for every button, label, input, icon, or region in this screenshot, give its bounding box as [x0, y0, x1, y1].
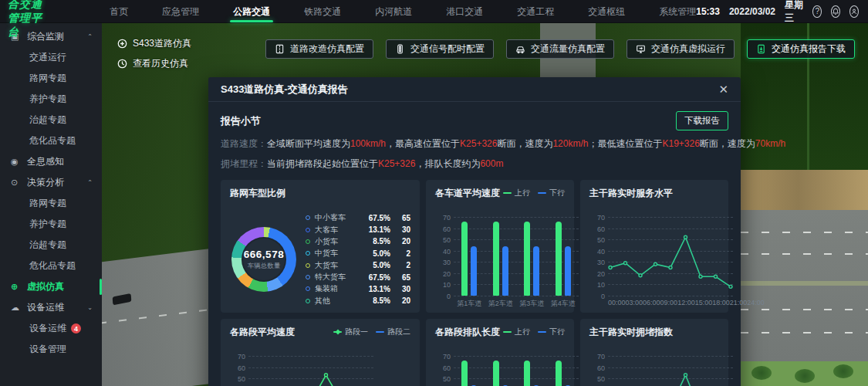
sidebar-item-label: 决策分析: [27, 176, 64, 189]
vehicle-type-donut: 666,578车辆总数量: [231, 227, 296, 292]
chart-lane-average-speed: 各车道平均速度 010203040506070第1车道第2车道第3车道第4车道 …: [426, 180, 574, 313]
toolbar-button-1[interactable]: 交通信号配时配置: [386, 39, 494, 59]
report-download-icon: [756, 44, 766, 54]
toolbar-button-4[interactable]: 交通仿真报告下载: [747, 39, 855, 59]
sidebar-item-label: 养护专题: [29, 93, 66, 106]
sidebar-item-14[interactable]: 设备运维4: [0, 318, 102, 339]
report-summary: 道路速度：全域断面平均速度为100km/h，最高速位置位于K25+326断面，速…: [208, 134, 741, 174]
sidebar-item-label: 治超专题: [29, 113, 66, 127]
simulation-toolbar: 道路改造仿真配置交通信号配时配置交通流量仿真配置交通仿真虚拟运行交通仿真报告下载: [265, 39, 855, 59]
top-nav: 启东综合交通管理平台 首页应急管理公路交通铁路交通内河航道港口交通交通工程交通枢…: [0, 0, 868, 23]
history-simulation-label: 查看历史仿真: [133, 57, 188, 70]
nav-item-5[interactable]: 港口交通: [446, 0, 483, 23]
toolbar-button-label: 交通流量仿真配置: [531, 42, 605, 56]
nav-item-0[interactable]: 首页: [110, 0, 128, 23]
sidebar-item-11[interactable]: 危化品专题: [0, 256, 102, 276]
road-icon: [275, 44, 285, 54]
history-simulation-button[interactable]: 查看历史仿真: [117, 57, 191, 70]
sidebar-item-label: 路网专题: [29, 197, 66, 210]
chart-body: 010203040506070: [589, 345, 719, 386]
donut-legend-row: 大客车13.1%30: [306, 225, 410, 234]
traffic-light-icon: [395, 44, 405, 54]
modal-header: S433道路仿真-交通仿真报告 ✕: [208, 77, 741, 102]
sidebar-item-label: 全息感知: [27, 155, 64, 168]
toolbar-button-label: 交通仿真报告下载: [772, 42, 846, 56]
user-icon[interactable]: [849, 5, 859, 18]
sidebar-item-3[interactable]: 养护专题: [0, 89, 102, 110]
chart-congestion-index: 主干路实时拥堵指数 010203040506070: [580, 319, 728, 386]
analysis-icon: ⊙: [11, 178, 21, 188]
device-icon: ☁: [11, 303, 21, 313]
toolbar-button-label: 道路改造仿真配置: [290, 42, 364, 56]
sidebar-item-15[interactable]: 设备管理: [0, 339, 102, 360]
sidebar-item-10[interactable]: 治超专题: [0, 235, 102, 256]
notification-badge: 4: [71, 323, 81, 334]
app-logo: 启东综合交通管理平台: [8, 0, 49, 39]
sidebar-item-6[interactable]: ◉全息感知: [0, 151, 102, 172]
donut-legend-row: 中货车5.0%2: [306, 249, 410, 258]
bell-icon[interactable]: [831, 5, 840, 18]
chart-segment-queue-length: 各路段排队长度 010203040506070 上行下行: [426, 319, 574, 386]
toolbar-button-3[interactable]: 交通仿真虚拟运行: [627, 39, 735, 59]
sidebar-item-label: 设备管理: [29, 343, 66, 356]
chart-title: 主干路实时拥堵指数: [589, 326, 719, 339]
toolbar-button-label: 交通信号配时配置: [410, 42, 485, 56]
sidebar-item-label: 交通运行: [29, 51, 66, 64]
sidebar-item-5[interactable]: 危化品专题: [0, 130, 102, 151]
sidebar-item-7[interactable]: ⊙决策分析⌃: [0, 172, 102, 193]
monitor-icon: [636, 44, 646, 54]
donut-legend-row: 小货车8.5%20: [306, 237, 410, 246]
chart-title: 路网车型比例: [230, 187, 410, 200]
sidebar-item-13[interactable]: ☁设备运维⌄: [0, 297, 102, 318]
sidebar-item-12[interactable]: ⊕虚拟仿真: [0, 276, 102, 297]
help-icon[interactable]: ?: [812, 5, 822, 18]
sidebar: ▣综合监测⌃交通运行路网专题养护专题治超专题危化品专题◉全息感知⊙决策分析⌃路网…: [0, 23, 102, 386]
sidebar-item-4[interactable]: 治超专题: [0, 110, 102, 130]
donut-legend-row: 其他8.5%20: [306, 296, 410, 306]
nav-item-1[interactable]: 应急管理: [162, 0, 199, 23]
nav-item-6[interactable]: 交通工程: [517, 0, 554, 23]
donut-legend-row: 中小客车67.5%65: [306, 213, 410, 222]
report-modal: S433道路仿真-交通仿真报告 ✕ 报告小节 下载报告 道路速度：全域断面平均速…: [208, 77, 741, 386]
sidebar-item-label: 设备运维: [29, 322, 66, 335]
nav-item-4[interactable]: 内河航道: [375, 0, 412, 23]
toolbar-button-label: 交通仿真虚拟运行: [651, 42, 725, 56]
nav-item-3[interactable]: 铁路交通: [304, 0, 341, 23]
download-report-button[interactable]: 下载报告: [676, 111, 728, 130]
report-section-row: 报告小节 下载报告: [208, 102, 741, 134]
app-screen: 启东综合交通管理平台 首页应急管理公路交通铁路交通内河航道港口交通交通工程交通枢…: [0, 0, 868, 386]
chevron-up-icon: ⌃: [87, 179, 93, 186]
sidebar-item-8[interactable]: 路网专题: [0, 193, 102, 214]
sidebar-item-label: 危化品专题: [29, 259, 76, 273]
chart-body: 010203040506070第1车道第2车道第3车道第4车道: [435, 206, 565, 313]
sidebar-item-2[interactable]: 路网专题: [0, 68, 102, 89]
plus-circle-icon: [117, 39, 127, 49]
car-icon: [515, 44, 525, 54]
sidebar-item-9[interactable]: 养护专题: [0, 214, 102, 235]
chart-segment-average-speed: 各路段平均速度 010203040506070 路段一路段二: [221, 319, 420, 386]
toolbar-button-2[interactable]: 交通流量仿真配置: [506, 39, 614, 59]
close-icon[interactable]: ✕: [718, 83, 728, 95]
clock-weekday: 星期三: [785, 0, 803, 25]
report-section-title: 报告小节: [221, 114, 261, 128]
clock-time: 15:33: [696, 6, 720, 17]
sidebar-item-label: 设备运维: [27, 301, 64, 314]
map-overlay-labels: S433道路仿真 查看历史仿真: [117, 37, 191, 70]
sidebar-item-label: 养护专题: [29, 218, 66, 231]
chart-legend: 上行下行: [503, 188, 565, 198]
clock-icon: [117, 59, 127, 69]
map-road-bottom-left: [99, 247, 222, 386]
map-car: [113, 293, 132, 305]
chart-title: 主干路实时服务水平: [589, 187, 719, 200]
sidebar-item-label: 虚拟仿真: [27, 280, 64, 293]
nav-item-7[interactable]: 交通枢纽: [588, 0, 625, 23]
globe-icon: ◉: [11, 157, 21, 167]
simulation-point-button[interactable]: S433道路仿真: [117, 37, 191, 50]
donut-legend-row: 大货车5.0%2: [306, 261, 410, 270]
chart-body: 010203040506070: [435, 345, 565, 386]
sidebar-item-1[interactable]: 交通运行: [0, 47, 102, 68]
chart-service-level: 主干路实时服务水平 01020304050607000:0003:0006:00…: [580, 180, 728, 313]
nav-item-2[interactable]: 公路交通: [233, 0, 270, 23]
nav-item-8[interactable]: 系统管理: [659, 0, 696, 23]
toolbar-button-0[interactable]: 道路改造仿真配置: [265, 39, 373, 59]
